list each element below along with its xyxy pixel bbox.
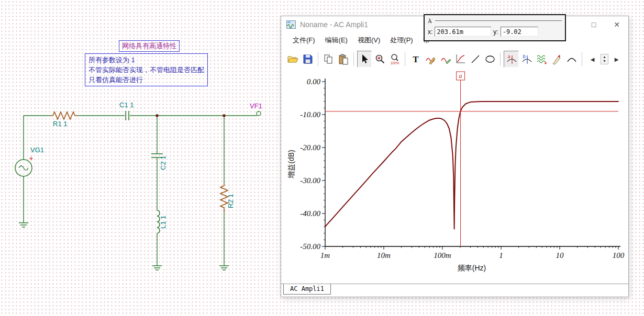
ground-symbol[interactable]: [219, 263, 229, 270]
toolbar-separator: [500, 52, 501, 66]
close-button[interactable]: ✕: [605, 17, 628, 32]
y-tick-label: -20.00: [300, 143, 320, 152]
annotation-line: 不管实际能否实现，不管电阻是否匹配: [88, 65, 204, 75]
ground-symbol[interactable]: [152, 263, 162, 270]
cursor-panel-divider: [435, 20, 562, 21]
cursor-y-label: y:: [493, 28, 498, 36]
cursor-b-button[interactable]: b: [520, 51, 534, 67]
close-icon: ✕: [614, 20, 620, 29]
toolbar: 100% T: [281, 48, 628, 71]
axes-curve-icon: [454, 53, 466, 65]
wires[interactable]: [24, 116, 257, 263]
curve-edit-1-button[interactable]: [424, 51, 438, 67]
line-tool-icon: [470, 53, 481, 65]
zoom-in-button[interactable]: [373, 51, 387, 67]
left-arrow-icon: ◀: [591, 57, 595, 62]
toolbar-separator: [318, 52, 318, 66]
probe-pen-icon: [551, 53, 562, 65]
label-c2: C2 1: [159, 156, 167, 170]
zoom-in-icon: [374, 53, 386, 65]
x-tick-label: 10m: [377, 251, 391, 259]
arc-tool-icon: [566, 53, 578, 65]
y-tick-label: -10.00: [300, 110, 320, 119]
label-c1: C1 1: [119, 101, 134, 109]
cursor-x-label: x:: [428, 28, 432, 36]
maximize-icon: □: [592, 20, 596, 29]
label-l1: L1 1: [159, 216, 167, 229]
y-axis-label: 增益(dB): [287, 150, 295, 178]
save-button[interactable]: [301, 51, 315, 67]
label-vg1: VG1: [30, 146, 44, 154]
label-vf1: VF1: [250, 102, 262, 110]
menu-process[interactable]: 处理(P): [386, 34, 417, 47]
x-tick-label: 100: [613, 251, 625, 259]
x-tick-label: 1m: [320, 251, 330, 259]
paste-button[interactable]: [336, 51, 350, 67]
line-tool-button[interactable]: [468, 51, 482, 67]
curve-pencil-icon: [425, 53, 436, 65]
junction-dot: [223, 114, 226, 117]
curve-edit-2-button[interactable]: [438, 51, 452, 67]
scroll-left-button[interactable]: ◀: [585, 51, 599, 67]
capacitor-c1[interactable]: [126, 111, 129, 120]
tab-ac-ampli1[interactable]: AC Ampli1: [283, 284, 331, 295]
gain-curve[interactable]: [325, 101, 618, 229]
open-button[interactable]: [286, 51, 300, 67]
x-tick-label: 100m: [434, 251, 451, 259]
toolbar-separator: [353, 52, 354, 66]
y-tick-label: -30.00: [300, 176, 320, 185]
resistor-r1[interactable]: [51, 112, 77, 119]
cursor-a-button[interactable]: a: [504, 51, 519, 67]
spinner-control[interactable]: ▲ ▼: [601, 54, 608, 64]
cursor-a-icon: a: [506, 53, 517, 65]
y-tick-label: -50.00: [300, 242, 320, 251]
ground-symbol[interactable]: [19, 220, 28, 227]
open-folder-icon: [287, 53, 298, 65]
copy-icon: [323, 53, 334, 65]
x-tick-label: 10: [556, 251, 564, 259]
cursor-a-glyph: a: [507, 54, 510, 59]
x-tick-label: 1: [499, 251, 503, 259]
tab-bar: AC Ampli1: [281, 284, 628, 297]
annotation-highpass[interactable]: 网络具有高通特性: [119, 40, 180, 52]
label-r1: R1 1: [53, 120, 67, 128]
arc-tool-button[interactable]: [564, 51, 579, 67]
maximize-button[interactable]: □: [582, 17, 605, 32]
ellipse-tool-button[interactable]: [483, 51, 497, 67]
probe-tool-button[interactable]: [550, 51, 564, 67]
cursor-y-field[interactable]: -9.02: [501, 27, 538, 37]
menu-file[interactable]: 文件(F): [288, 34, 319, 47]
cursor-b-icon: b: [521, 53, 532, 65]
cursor-panel-header: À: [425, 15, 565, 25]
axes-curve-button[interactable]: [453, 51, 468, 67]
output-pin-vf1[interactable]: [257, 111, 261, 116]
waves-tool-button[interactable]: [535, 51, 549, 67]
schematic-workspace[interactable]: R1 1 C1 1 VG1 C2 1 L1 1 R2 1 VF1 网络具有高通特…: [0, 0, 644, 316]
annotation-parameters[interactable]: 所有参数设为 1 不管实际能否实现，不管电阻是否匹配 只看仿真能否进行: [85, 53, 208, 86]
cursor-x-field[interactable]: 203.61m: [435, 27, 491, 37]
ellipse-tool-icon: [484, 53, 496, 65]
ac-analysis-window: Noname - AC Ampli1 □ ✕ 文件(F) 编辑(E) 视图(V)…: [281, 16, 629, 297]
curve-marker-icon: [440, 53, 451, 65]
zoom-100-label: 100%: [391, 61, 399, 65]
scroll-right-button[interactable]: ▶: [609, 51, 624, 67]
cursor-panel-values: x: 203.61m y: -9.02: [425, 25, 565, 38]
cursor-panel-title: À: [428, 18, 432, 24]
annotation-line: 只看仿真能否进行: [88, 75, 204, 85]
cursor-b-glyph: b: [523, 54, 526, 59]
voltage-source-vg1[interactable]: [15, 157, 33, 177]
text-tool-icon: T: [410, 53, 421, 65]
menu-edit[interactable]: 编辑(E): [321, 34, 352, 47]
zoom-100-button[interactable]: 100%: [388, 51, 402, 67]
paste-icon: [338, 53, 349, 65]
select-tool-button[interactable]: [357, 51, 372, 67]
zoom-100-icon: 100%: [389, 53, 401, 65]
waves-icon: [536, 53, 548, 65]
spin-up-icon: ▲: [603, 55, 606, 59]
toolbar-separator: [405, 52, 405, 66]
copy-button[interactable]: [321, 51, 336, 67]
cursor-readout-panel[interactable]: À x: 203.61m y: -9.02: [424, 14, 566, 41]
menu-view[interactable]: 视图(V): [353, 34, 384, 47]
text-tool-button[interactable]: T: [408, 51, 423, 67]
text-tool-glyph: T: [413, 54, 419, 64]
